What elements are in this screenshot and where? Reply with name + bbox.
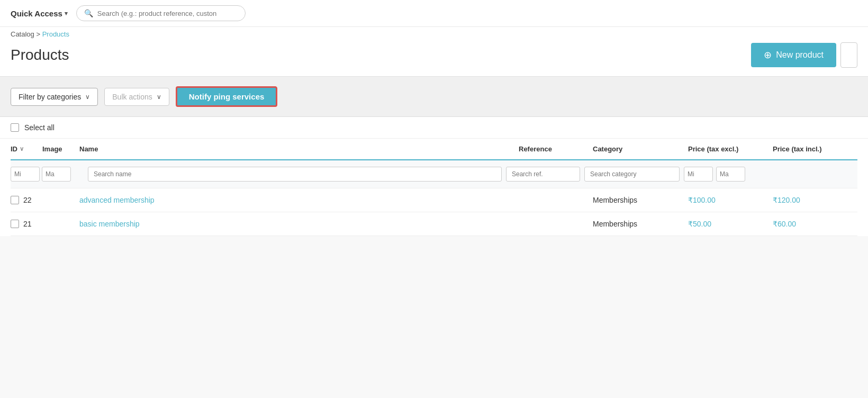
- reference-search-input[interactable]: [506, 167, 580, 182]
- new-product-button[interactable]: ⊕ New product: [751, 43, 836, 67]
- notify-ping-services-button[interactable]: Notify ping services: [176, 86, 278, 107]
- category-search-input[interactable]: [584, 167, 680, 182]
- select-all-checkbox[interactable]: [11, 123, 19, 132]
- col-header-reference: Reference: [519, 145, 593, 153]
- filter-row: [11, 160, 857, 188]
- breadcrumb-area: Catalog > Products: [0, 27, 868, 38]
- col-header-id[interactable]: ID ∨: [11, 145, 42, 153]
- col-price-excl-label: Price (tax excl.): [688, 145, 738, 153]
- col-id-label: ID: [11, 145, 17, 153]
- col-header-price-excl: Price (tax excl.): [688, 145, 773, 153]
- row-22-price-excl: ₹100.00: [688, 196, 773, 204]
- row-22-name-link[interactable]: advanced membership: [79, 196, 155, 204]
- chevron-down-icon: ▾: [65, 10, 68, 17]
- row-22-name: advanced membership: [79, 196, 519, 204]
- select-all-label: Select all: [24, 123, 55, 132]
- row-checkbox-22: 22: [11, 196, 42, 204]
- row-22-category: Memberships: [593, 196, 688, 204]
- row-21-price-incl: ₹60.00: [773, 220, 857, 228]
- filter-categories-label: Filter by categories: [19, 93, 81, 101]
- row-21-name-link[interactable]: basic membership: [79, 220, 140, 228]
- bulk-actions-label: Bulk actions: [112, 93, 152, 101]
- breadcrumb-separator: >: [36, 30, 42, 38]
- bulk-actions-dropdown[interactable]: Bulk actions ∨: [104, 88, 169, 106]
- col-header-image: Image: [42, 145, 79, 153]
- breadcrumb: Catalog > Products: [11, 30, 857, 38]
- col-image-label: Image: [42, 145, 62, 153]
- select-all-row: Select all: [0, 117, 868, 139]
- table-row: 21 basic membership Memberships ₹50.00 ₹…: [11, 212, 857, 236]
- price-excl-min-input[interactable]: [684, 167, 713, 182]
- row-21-name: basic membership: [79, 220, 519, 228]
- table-header-row: ID ∨ Image Name Reference Category Price…: [11, 139, 857, 160]
- filter-categories-chevron-icon: ∨: [85, 93, 90, 101]
- col-category-label: Category: [593, 145, 622, 153]
- col-header-price-incl: Price (tax incl.): [773, 145, 857, 153]
- global-search-bar: 🔍: [76, 5, 246, 21]
- filter-categories-dropdown[interactable]: Filter by categories ∨: [11, 88, 98, 106]
- plus-icon: ⊕: [764, 49, 772, 61]
- price-excl-filter-group: [684, 167, 768, 182]
- new-product-label: New product: [776, 50, 824, 60]
- bulk-actions-chevron-icon: ∨: [157, 93, 161, 101]
- quick-access-label: Quick Access: [11, 9, 62, 18]
- notify-ping-services-label: Notify ping services: [189, 92, 265, 101]
- page-title-area: Products ⊕ New product: [0, 38, 868, 77]
- toolbar: Filter by categories ∨ Bulk actions ∨ No…: [0, 77, 868, 117]
- table-row: 22 advanced membership Memberships ₹100.…: [11, 188, 857, 212]
- id-min-input[interactable]: [11, 167, 40, 182]
- row-21-price-excl: ₹50.00: [688, 220, 773, 228]
- row-22-price-incl: ₹120.00: [773, 196, 857, 204]
- global-search-input[interactable]: [97, 10, 238, 17]
- row-22-id: 22: [23, 196, 32, 204]
- extra-action-button[interactable]: [840, 42, 857, 68]
- page-title: Products: [11, 47, 69, 64]
- products-table: ID ∨ Image Name Reference Category Price…: [0, 139, 868, 236]
- col-header-name: Name: [79, 145, 519, 153]
- image-filter-cell: [47, 167, 84, 182]
- col-price-incl-label: Price (tax incl.): [773, 145, 821, 153]
- col-header-category: Category: [593, 145, 688, 153]
- row-22-checkbox[interactable]: [11, 196, 19, 204]
- row-21-checkbox[interactable]: [11, 220, 19, 228]
- price-excl-max-input[interactable]: [716, 167, 745, 182]
- breadcrumb-parent: Catalog: [11, 30, 34, 38]
- col-reference-label: Reference: [519, 145, 552, 153]
- name-search-input[interactable]: [88, 167, 502, 182]
- id-filter-group: [11, 167, 42, 182]
- row-21-category: Memberships: [593, 220, 688, 228]
- products-table-wrapper: ID ∨ Image Name Reference Category Price…: [0, 139, 868, 236]
- quick-access-dropdown[interactable]: Quick Access ▾: [11, 9, 68, 18]
- top-bar: Quick Access ▾ 🔍: [0, 0, 868, 27]
- price-incl-filter-cell: [773, 167, 857, 182]
- col-name-label: Name: [79, 145, 98, 153]
- sort-icon-id: ∨: [20, 146, 24, 152]
- breadcrumb-current[interactable]: Products: [42, 30, 69, 38]
- search-icon: 🔍: [84, 9, 93, 17]
- row-21-id: 21: [23, 220, 32, 228]
- row-checkbox-21: 21: [11, 220, 42, 228]
